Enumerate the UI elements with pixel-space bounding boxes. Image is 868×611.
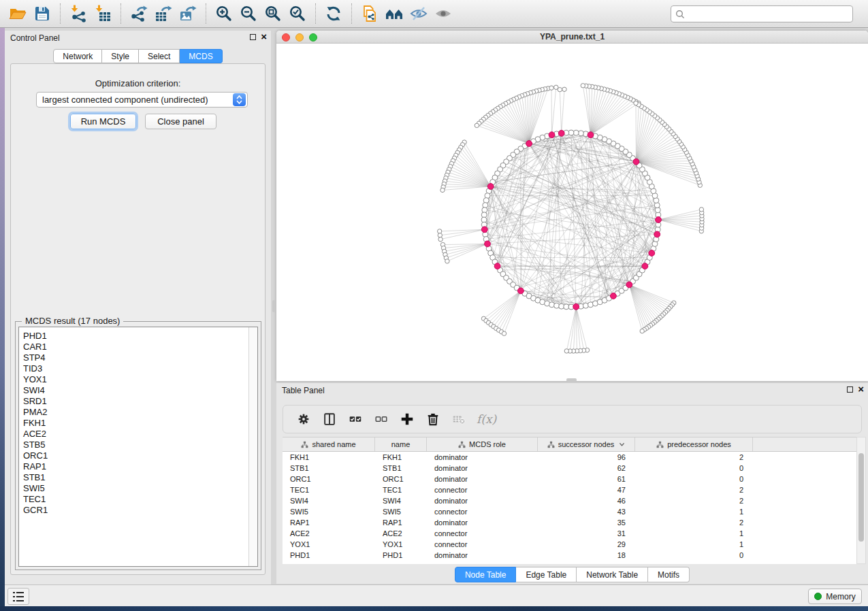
- table-row[interactable]: STB1STB1dominator620: [283, 463, 856, 474]
- mcds-result-item[interactable]: SWI4: [23, 385, 257, 396]
- table-cell[interactable]: RAP1: [283, 518, 375, 527]
- export-image-button[interactable]: [176, 2, 200, 25]
- hide-selected-button[interactable]: [406, 2, 431, 25]
- mcds-hub-node[interactable]: [487, 184, 494, 190]
- search-input[interactable]: [685, 7, 852, 21]
- satellite-node[interactable]: [438, 237, 443, 242]
- close-window-icon[interactable]: [282, 33, 290, 42]
- mcds-hub-node[interactable]: [588, 132, 594, 138]
- mcds-result-item[interactable]: STB1: [23, 472, 257, 483]
- column-header-mcds-role[interactable]: MCDS role: [427, 437, 538, 451]
- table-cell[interactable]: FKH1: [283, 453, 375, 461]
- column-header-shared-name[interactable]: shared name: [283, 437, 375, 451]
- mcds-result-item[interactable]: ORC1: [23, 450, 257, 461]
- zoom-selected-button[interactable]: [285, 2, 310, 25]
- satellite-node[interactable]: [564, 349, 568, 353]
- table-cell[interactable]: 43: [538, 508, 635, 516]
- table-cell[interactable]: 1: [635, 508, 753, 516]
- table-cell[interactable]: 18: [538, 551, 635, 559]
- mcds-hub-node[interactable]: [633, 159, 639, 165]
- table-cell[interactable]: 31: [538, 529, 635, 538]
- import-network-button[interactable]: [66, 2, 91, 25]
- export-network-button[interactable]: [127, 2, 151, 25]
- mcds-result-item[interactable]: PMA2: [23, 407, 257, 418]
- tab-style[interactable]: Style: [102, 49, 139, 63]
- mcds-result-item[interactable]: SRD1: [23, 396, 257, 407]
- table-cell[interactable]: dominator: [427, 453, 538, 461]
- first-neighbors-button[interactable]: [382, 2, 406, 25]
- table-cell[interactable]: ACE2: [375, 529, 427, 538]
- network-canvas[interactable]: [276, 44, 868, 381]
- mcds-result-item[interactable]: GCR1: [23, 505, 257, 516]
- open-file-button[interactable]: [5, 2, 30, 25]
- table-cell[interactable]: 2: [635, 497, 753, 505]
- table-row[interactable]: TEC1TEC1connector472: [283, 484, 856, 495]
- mcds-hub-node[interactable]: [611, 293, 617, 299]
- mcds-result-item[interactable]: PHD1: [23, 331, 257, 342]
- tab-mcds[interactable]: MCDS: [180, 49, 222, 63]
- close-panel-icon[interactable]: ×: [261, 33, 267, 41]
- table-cell[interactable]: SWI5: [375, 508, 427, 516]
- table-cell[interactable]: 0: [635, 475, 753, 483]
- satellite-node[interactable]: [445, 259, 449, 263]
- maximize-window-icon[interactable]: [309, 33, 317, 42]
- mcds-result-item[interactable]: STB5: [23, 440, 257, 450]
- table-cell[interactable]: YOX1: [375, 540, 427, 548]
- table-cell[interactable]: ORC1: [375, 475, 427, 483]
- minimize-window-icon[interactable]: [295, 33, 304, 42]
- mcds-hub-node[interactable]: [642, 263, 648, 269]
- table-cell[interactable]: 47: [538, 486, 635, 494]
- table-cell[interactable]: 61: [538, 475, 635, 483]
- table-scrollbar-thumb[interactable]: [858, 453, 864, 542]
- ring-node[interactable]: [583, 303, 588, 308]
- column-header-successor-nodes[interactable]: successor nodes: [538, 437, 635, 451]
- table-cell[interactable]: dominator: [427, 497, 538, 505]
- horizontal-splitter-handle[interactable]: [566, 378, 577, 382]
- deselect-all-button[interactable]: [372, 410, 391, 429]
- table-row[interactable]: ACE2ACE2connector311: [283, 528, 856, 539]
- mcds-result-item[interactable]: CAR1: [23, 342, 257, 352]
- task-history-button[interactable]: [7, 588, 29, 605]
- table-cell[interactable]: connector: [427, 540, 538, 548]
- close-panel-button[interactable]: Close panel: [145, 114, 216, 129]
- table-cell[interactable]: SWI5: [283, 508, 375, 516]
- tab-node-table[interactable]: Node Table: [455, 567, 517, 582]
- satellite-node[interactable]: [549, 86, 553, 90]
- table-row[interactable]: FKH1FKH1dominator962: [283, 452, 856, 463]
- table-cell[interactable]: TEC1: [375, 486, 427, 494]
- close-panel-icon[interactable]: ×: [858, 385, 864, 393]
- tab-select[interactable]: Select: [139, 49, 180, 63]
- table-cell[interactable]: PHD1: [283, 551, 375, 559]
- delete-column-button[interactable]: [423, 410, 443, 429]
- mcds-hub-node[interactable]: [549, 132, 555, 138]
- zoom-out-button[interactable]: [236, 2, 261, 25]
- tab-motifs[interactable]: Motifs: [648, 567, 690, 582]
- mcds-hub-node[interactable]: [656, 217, 662, 223]
- ring-node[interactable]: [654, 203, 660, 208]
- table-settings-button[interactable]: [294, 410, 313, 429]
- table-cell[interactable]: TEC1: [283, 486, 375, 494]
- mcds-result-item[interactable]: YOX1: [23, 374, 257, 385]
- mcds-result-listbox[interactable]: PHD1CAR1STP4TID3YOX1SWI4SRD1PMA2FKH1ACE2…: [18, 327, 258, 567]
- table-cell[interactable]: 96: [538, 453, 635, 461]
- satellite-node[interactable]: [438, 233, 442, 237]
- zoom-in-button[interactable]: [212, 2, 236, 25]
- table-cell[interactable]: FKH1: [375, 453, 427, 461]
- satellite-node[interactable]: [640, 329, 644, 333]
- table-cell[interactable]: 1: [635, 540, 753, 548]
- mcds-hub-node[interactable]: [649, 250, 655, 257]
- table-cell[interactable]: SWI4: [283, 497, 375, 505]
- table-cell[interactable]: ORC1: [283, 475, 375, 483]
- table-cell[interactable]: connector: [427, 508, 538, 516]
- mcds-hub-node[interactable]: [485, 241, 491, 247]
- satellite-node[interactable]: [440, 188, 445, 192]
- satellite-node[interactable]: [581, 84, 585, 88]
- table-row[interactable]: ORC1ORC1dominator610: [283, 474, 856, 484]
- import-table-button[interactable]: [91, 2, 115, 25]
- mcds-hub-node[interactable]: [481, 227, 487, 233]
- column-header-name[interactable]: name: [375, 437, 427, 451]
- mcds-result-item[interactable]: ACE2: [23, 429, 257, 440]
- satellite-node[interactable]: [634, 101, 638, 105]
- mcds-result-item[interactable]: SWI5: [23, 483, 257, 494]
- network-window-titlebar[interactable]: YPA_prune.txt_1: [276, 31, 868, 44]
